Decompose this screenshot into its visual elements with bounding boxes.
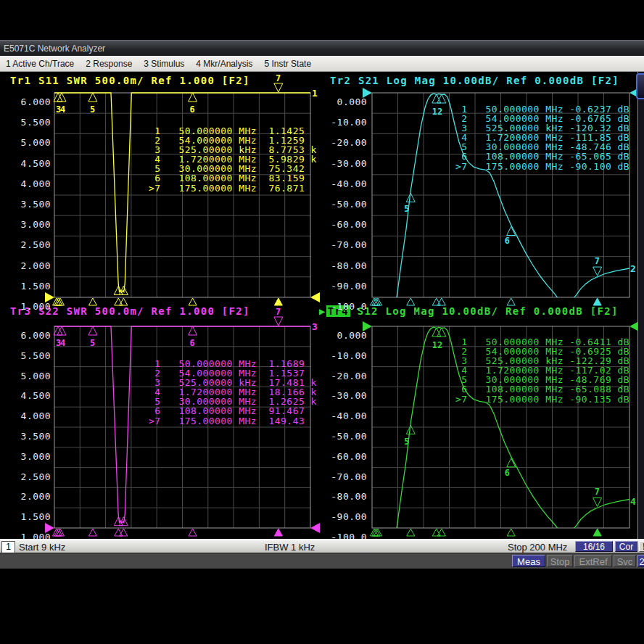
tr4-marker-5-stimulus-indicator[interactable] — [407, 529, 415, 536]
marker-label: 5 — [404, 204, 409, 214]
tr3-marker-7-active[interactable] — [274, 317, 283, 326]
tr4-marker-table: 1 50.000000 MHz -0.6411 dB 2 54.000000 M… — [455, 337, 629, 404]
tr4-trace-number: 4 — [630, 496, 636, 507]
alert-indicator: ! — [639, 541, 644, 552]
stop-frequency-label: Stop 200 MHz — [508, 542, 567, 553]
tr1-marker-5[interactable] — [88, 93, 97, 102]
marker-label: 4 — [60, 104, 65, 115]
overflow-status: 2 — [637, 555, 644, 567]
tr2-marker-7-active[interactable] — [593, 267, 602, 276]
tr3-marker-5[interactable] — [88, 326, 97, 335]
svc-status: Svc — [614, 555, 636, 567]
tr4-header-text: S12 Log Mag 10.00dB/ Ref 0.000dB [F2] — [350, 305, 619, 317]
tr3-y-axis-labels: 6.000 5.500 5.000 4.500 4.000 3.500 3.00… — [0, 326, 51, 548]
instrument-status-bar: Meas Stop ExtRef Svc 2 — [0, 553, 644, 569]
tr1-marker-6[interactable] — [189, 93, 197, 102]
ifbw-label: IFBW 1 kHz — [265, 542, 315, 553]
marker-label: 7 — [276, 307, 281, 317]
tr2-header[interactable]: Tr2 S21 Log Mag 10.00dB/ Ref 0.000dB [F2… — [330, 75, 619, 87]
tr2-marker-5-stimulus-indicator[interactable] — [407, 298, 415, 305]
marker-label: 6 — [190, 104, 195, 115]
meas-status: Meas — [512, 555, 545, 567]
tr3-marker-5-stimulus-indicator[interactable] — [88, 529, 96, 536]
tr4-y-axis-labels: 0.000 -10.00 -20.00 -30.00 -40.00 -50.00… — [316, 326, 367, 548]
extref-status: ExtRef — [574, 555, 612, 567]
tr1-grid — [54, 93, 310, 297]
tr1-marker-table: 1 50.000000 MHz 1.1425 2 54.000000 MHz 1… — [149, 126, 317, 193]
marker-label: 4 — [60, 338, 65, 348]
marker-label: 6 — [505, 468, 510, 478]
marker-label: 6 — [190, 338, 195, 348]
channel-number-box: 1 — [1, 541, 15, 553]
marker-label: 7 — [595, 487, 600, 497]
marker-label: 12 — [432, 340, 442, 350]
screen-root: E5071C Network Analyzer 1 Active Ch/Trac… — [0, 0, 644, 644]
marker-label: 12 — [432, 107, 442, 117]
start-frequency-label: Start 9 kHz — [19, 542, 65, 553]
sweep-status: Stop — [547, 555, 573, 567]
tr3-marker-6-stimulus-indicator[interactable] — [189, 529, 197, 536]
tr1-marker-5-stimulus-indicator[interactable] — [88, 298, 96, 305]
tr4-marker-7-stimulus-indicator[interactable] — [593, 529, 601, 536]
correction-indicator: Cor — [615, 541, 637, 552]
marker-label: 7 — [276, 73, 281, 83]
tr4-marker-7-active[interactable] — [593, 498, 602, 506]
status-bar: 1 Start 9 kHz IFBW 1 kHz Stop 200 MHz 16… — [0, 539, 644, 553]
tr1-trace-number: 1 — [312, 88, 318, 99]
marker-label: 5 — [90, 104, 95, 115]
tr4-marker-6-stimulus-indicator[interactable] — [507, 529, 515, 536]
tr3-trace-number: 3 — [312, 321, 318, 332]
sweep-progress-indicator: 16/16 — [575, 541, 613, 552]
tr1-marker-6-stimulus-indicator[interactable] — [189, 298, 197, 305]
tr2-trace-number: 2 — [630, 263, 636, 274]
tr2-y-axis-labels: 0.000 -10.00 -20.00 -30.00 -40.00 -50.00… — [316, 92, 367, 317]
marker-label: 7 — [595, 256, 600, 266]
tr3-grid — [54, 326, 310, 528]
tr2-marker-5[interactable] — [406, 193, 415, 202]
tr1-header[interactable]: Tr1 S11 SWR 500.0m/ Ref 1.000 [F2] — [10, 75, 250, 87]
tr1-y-axis-labels: 6.000 5.500 5.000 4.500 4.000 3.500 3.00… — [0, 92, 51, 317]
tr2-marker-6-stimulus-indicator[interactable] — [507, 298, 515, 305]
tr1-marker-7-active[interactable] — [274, 83, 283, 92]
tr3-marker-table: 1 50.000000 MHz 1.1689 2 54.000000 MHz 1… — [149, 359, 317, 426]
tr2-marker-table: 1 50.000000 MHz -0.6237 dB 2 54.000000 M… — [455, 104, 629, 171]
tr2-marker-7-stimulus-indicator[interactable] — [593, 298, 601, 305]
tr4-marker-5[interactable] — [406, 426, 415, 434]
tr3-marker-6[interactable] — [189, 326, 197, 335]
marker-label: 6 — [505, 236, 510, 246]
marker-label: 5 — [404, 437, 409, 447]
scrollbar-button[interactable] — [636, 73, 644, 99]
tr1-marker-7-stimulus-indicator[interactable] — [274, 298, 282, 305]
softkey-strip — [637, 72, 644, 540]
marker-label: 5 — [90, 338, 95, 348]
tr3-marker-7-stimulus-indicator[interactable] — [274, 529, 282, 536]
